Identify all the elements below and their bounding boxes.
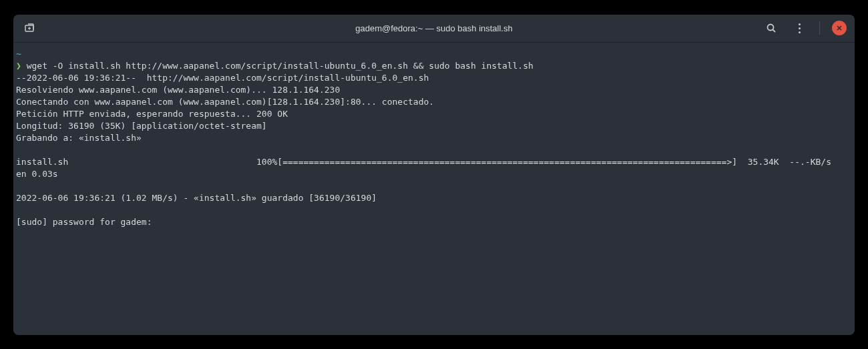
svg-point-1 [768,25,774,31]
close-button[interactable] [832,21,847,35]
terminal-window: gadem@fedora:~ — sudo bash install.sh ~ … [13,15,855,335]
terminal-body[interactable]: ~ ❯ wget -O install.sh http://www.aapane… [13,43,855,335]
progress-line: install.sh 100%[========================… [16,157,852,179]
titlebar-left [21,20,37,36]
output-line: Petición HTTP enviada, esperando respues… [16,109,288,119]
titlebar-right [763,20,847,36]
output-line: Longitud: 36190 (35K) [application/octet… [16,121,267,131]
output-line: Resolviendo www.aapanel.com (www.aapanel… [16,85,340,95]
output-line: Conectando con www.aapanel.com (www.aapa… [16,97,434,107]
prompt-symbol: ❯ [16,61,21,71]
window-title: gadem@fedora:~ — sudo bash install.sh [355,23,512,33]
output-line: 2022-06-06 19:36:21 (1.02 MB/s) - «insta… [16,193,377,203]
new-tab-button[interactable] [21,20,37,36]
menu-icon[interactable] [791,20,807,36]
titlebar: gadem@fedora:~ — sudo bash install.sh [13,15,855,43]
search-icon[interactable] [763,20,779,36]
divider [819,21,820,35]
tilde-marker: ~ [16,49,21,59]
sudo-prompt: [sudo] password for gadem: [16,217,157,227]
output-line: Grabando a: «install.sh» [16,133,142,143]
output-line: --2022-06-06 19:36:21-- http://www.aapan… [16,73,429,83]
command-text: wget -O install.sh http://www.aapanel.co… [27,61,533,71]
